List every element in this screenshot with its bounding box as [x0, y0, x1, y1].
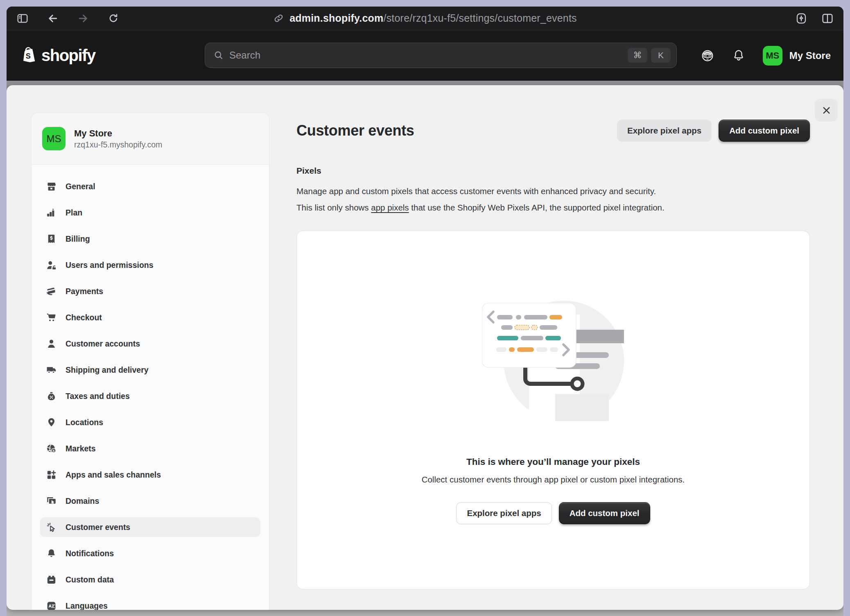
link-icon	[273, 13, 284, 24]
browser-toolbar: admin.shopify.com/store/rzq1xu-f5/settin…	[7, 7, 843, 30]
settings-nav: GeneralPlanBillingUsers and permissionsP…	[32, 165, 269, 610]
sidebar-item-payments[interactable]: Payments	[40, 281, 260, 301]
sidebar-item-label: General	[66, 182, 95, 191]
sidebar-item-label: Markets	[66, 444, 96, 453]
browser-window: admin.shopify.com/store/rzq1xu-f5/settin…	[7, 7, 843, 616]
header-store-name: My Store	[789, 50, 831, 61]
sidebar-item-general[interactable]: General	[40, 177, 260, 196]
data-icon	[46, 574, 57, 585]
sidebar-item-label: Payments	[66, 287, 103, 296]
reload-icon[interactable]	[106, 11, 120, 25]
forward-icon	[76, 11, 90, 25]
svg-text:S: S	[26, 52, 31, 60]
apps-icon	[46, 469, 57, 480]
sidebar-item-markets[interactable]: $Markets	[40, 439, 260, 458]
shopify-wordmark: shopify	[41, 46, 95, 65]
account-menu[interactable]: MS My Store	[763, 46, 831, 66]
markets-icon: $	[46, 443, 57, 454]
shopify-header: S shopify Search ⌘ K	[7, 30, 843, 81]
shopify-logo[interactable]: S shopify	[19, 45, 95, 66]
sidebar-item-label: Checkout	[66, 313, 102, 322]
kbd-cmd: ⌘	[628, 48, 647, 63]
search-input[interactable]: Search ⌘ K	[205, 43, 677, 68]
pixels-illustration	[482, 301, 624, 421]
domains-icon	[46, 496, 57, 507]
page-title: Customer events	[296, 122, 414, 139]
sidebar-item-customer-events[interactable]: Customer events	[40, 517, 260, 537]
add-custom-pixel-button[interactable]: Add custom pixel	[719, 120, 810, 142]
sidebar-item-apps-and-sales-channels[interactable]: Apps and sales channels	[40, 465, 260, 485]
notifications-bell-icon[interactable]	[732, 49, 746, 63]
app-pixels-link[interactable]: app pixels	[371, 203, 409, 212]
sidebar-item-domains[interactable]: Domains	[40, 491, 260, 511]
back-icon[interactable]	[46, 11, 60, 25]
sidebar-item-taxes-and-duties[interactable]: Taxes and duties	[40, 386, 260, 406]
account-icon	[46, 338, 57, 349]
users-icon	[46, 260, 57, 271]
checkout-icon	[46, 312, 57, 323]
sidebar-item-label: Notifications	[66, 549, 114, 558]
events-icon	[46, 522, 57, 533]
empty-state-subtext: Collect customer events through app pixe…	[422, 475, 685, 485]
store-avatar: MS	[42, 127, 66, 150]
shipping-icon	[46, 365, 57, 376]
reader-options-icon[interactable]	[794, 11, 808, 25]
sidebar-item-label: Domains	[66, 496, 99, 506]
avatar: MS	[763, 46, 782, 66]
sidekick-icon[interactable]	[701, 49, 714, 63]
explore-pixel-apps-button[interactable]: Explore pixel apps	[617, 120, 712, 142]
sidebar-item-billing[interactable]: Billing	[40, 229, 260, 249]
close-icon	[821, 105, 832, 116]
sidebar-item-notifications[interactable]: Notifications	[40, 544, 260, 563]
sidebar-item-label: Custom data	[66, 575, 114, 584]
split-view-icon[interactable]	[821, 11, 834, 25]
empty-state-heading: This is where you’ll manage your pixels	[466, 457, 640, 467]
sidebar-item-label: Locations	[66, 418, 103, 427]
sidebar-item-label: Taxes and duties	[66, 392, 130, 401]
sidebar-item-label: Users and permissions	[66, 260, 154, 270]
locations-icon	[46, 417, 57, 428]
settings-modal: MS My Store rzq1xu-f5.myshopify.com Gene…	[7, 85, 843, 610]
sidebar-item-users-and-permissions[interactable]: Users and permissions	[40, 255, 260, 275]
sidebar-item-label: Billing	[66, 234, 90, 244]
pixels-empty-state-card: This is where you’ll manage your pixels …	[296, 231, 810, 589]
svg-text:$: $	[53, 448, 55, 452]
empty-explore-pixel-apps-button[interactable]: Explore pixel apps	[456, 502, 552, 524]
plan-icon	[46, 207, 57, 218]
sidebar-toggle-icon[interactable]	[16, 11, 29, 25]
sidebar-item-languages[interactable]: Languages	[40, 596, 260, 610]
sidebar-item-custom-data[interactable]: Custom data	[40, 570, 260, 589]
sidebar-store-name: My Store	[74, 128, 162, 139]
sidebar-item-label: Apps and sales channels	[66, 470, 161, 480]
sidebar-item-locations[interactable]: Locations	[40, 412, 260, 432]
search-icon	[213, 50, 224, 61]
bell-icon	[46, 548, 57, 559]
settings-sidebar: MS My Store rzq1xu-f5.myshopify.com Gene…	[31, 113, 269, 610]
sidebar-item-label: Shipping and delivery	[66, 365, 149, 375]
translate-icon	[46, 600, 57, 610]
sidebar-item-checkout[interactable]: Checkout	[40, 308, 260, 327]
pixels-section-title: Pixels	[296, 165, 810, 176]
main-content: Customer events Explore pixel apps Add c…	[296, 85, 810, 589]
sidebar-item-label: Plan	[66, 208, 82, 217]
sidebar-item-customer-accounts[interactable]: Customer accounts	[40, 334, 260, 353]
search-placeholder: Search	[229, 50, 628, 61]
sidebar-item-shipping-and-delivery[interactable]: Shipping and delivery	[40, 360, 260, 380]
pixels-section-description: Manage app and custom pixels that access…	[296, 183, 810, 216]
sidebar-item-plan[interactable]: Plan	[40, 203, 260, 222]
shopify-bag-icon: S	[19, 45, 38, 66]
address-bar[interactable]: admin.shopify.com/store/rzq1xu-f5/settin…	[7, 7, 843, 30]
payments-icon	[46, 286, 57, 297]
empty-add-custom-pixel-button[interactable]: Add custom pixel	[559, 502, 650, 524]
url-text: admin.shopify.com/store/rzq1xu-f5/settin…	[289, 12, 577, 24]
kbd-k: K	[651, 48, 671, 63]
sidebar-store-header[interactable]: MS My Store rzq1xu-f5.myshopify.com	[32, 113, 269, 165]
sidebar-item-label: Customer events	[66, 523, 130, 532]
sidebar-store-domain: rzq1xu-f5.myshopify.com	[74, 139, 162, 150]
taxes-icon	[46, 391, 57, 402]
billing-icon	[46, 233, 57, 245]
sidebar-item-label: Customer accounts	[66, 339, 140, 349]
close-button[interactable]	[815, 99, 838, 122]
sidebar-item-label: Languages	[66, 601, 108, 610]
store-icon	[46, 181, 57, 192]
